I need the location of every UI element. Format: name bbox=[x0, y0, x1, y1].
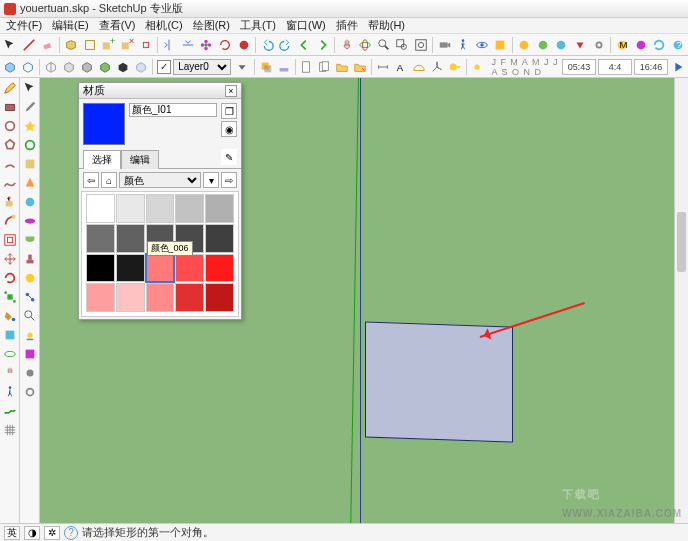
tape-icon[interactable] bbox=[447, 58, 463, 76]
star-icon[interactable] bbox=[22, 118, 38, 134]
month-strip[interactable]: J F M A M J J A S O N D bbox=[491, 57, 560, 77]
time2[interactable]: 4:4 bbox=[598, 59, 632, 75]
freehand-icon[interactable] bbox=[2, 175, 18, 191]
swatch-cell[interactable] bbox=[116, 194, 145, 223]
sandbox-icon[interactable] bbox=[2, 403, 18, 419]
torus-icon[interactable] bbox=[22, 213, 38, 229]
scale-icon[interactable] bbox=[137, 36, 154, 54]
globe-icon[interactable] bbox=[553, 36, 570, 54]
iso-icon[interactable] bbox=[2, 58, 18, 76]
swatch-cell[interactable] bbox=[205, 194, 234, 223]
swatch-cell[interactable] bbox=[86, 224, 115, 253]
time3[interactable]: 16:46 bbox=[634, 59, 668, 75]
circ2-icon[interactable] bbox=[22, 137, 38, 153]
nav-home-icon[interactable]: ⌂ bbox=[101, 172, 117, 188]
folder2-icon[interactable] bbox=[352, 58, 368, 76]
gear2-icon[interactable] bbox=[590, 36, 607, 54]
sphere2-icon[interactable] bbox=[22, 194, 38, 210]
swatch-cell[interactable] bbox=[205, 254, 234, 283]
rect-icon[interactable] bbox=[2, 99, 18, 115]
box-add-icon[interactable]: + bbox=[100, 36, 117, 54]
menu-tools[interactable]: 工具(T) bbox=[236, 18, 280, 33]
offset-icon[interactable] bbox=[2, 232, 18, 248]
gear3-icon[interactable] bbox=[22, 365, 38, 381]
mirror-y-icon[interactable] bbox=[179, 36, 196, 54]
ime-button[interactable]: 英 bbox=[4, 526, 20, 540]
mono-icon[interactable] bbox=[115, 58, 131, 76]
menu-file[interactable]: 文件(F) bbox=[2, 18, 46, 33]
material-name-input[interactable] bbox=[129, 103, 217, 117]
look-icon[interactable] bbox=[474, 36, 491, 54]
swatch-cell[interactable] bbox=[175, 283, 204, 312]
menu-camera[interactable]: 相机(C) bbox=[141, 18, 186, 33]
tab-select[interactable]: 选择 bbox=[83, 150, 121, 169]
zoom2-icon[interactable] bbox=[22, 308, 38, 324]
materials-panel[interactable]: 材质 × ❐ ◉ 选择 编辑 ✎ ⇦ ⌂ bbox=[78, 82, 242, 320]
ruby-icon[interactable] bbox=[572, 36, 589, 54]
default-material-icon[interactable]: ◉ bbox=[221, 121, 237, 137]
line-icon[interactable] bbox=[21, 36, 38, 54]
warehouse-icon[interactable]: M bbox=[614, 36, 631, 54]
page-icon[interactable] bbox=[298, 58, 314, 76]
swatch-cell[interactable] bbox=[205, 224, 234, 253]
zoom-icon[interactable] bbox=[376, 36, 393, 54]
swatch-cell[interactable] bbox=[146, 194, 175, 223]
walk-icon[interactable] bbox=[455, 36, 472, 54]
layer-select[interactable]: Layer0 bbox=[173, 59, 231, 75]
time1[interactable]: 05:43 bbox=[562, 59, 596, 75]
category-select[interactable]: 颜色 bbox=[119, 172, 201, 188]
zoom-extents-icon[interactable] bbox=[413, 36, 430, 54]
mirror-x-icon[interactable] bbox=[161, 36, 178, 54]
pencil-icon[interactable] bbox=[2, 80, 18, 96]
cube-icon[interactable] bbox=[63, 36, 80, 54]
sphere-red-icon[interactable] bbox=[235, 36, 252, 54]
xray-icon[interactable] bbox=[133, 58, 149, 76]
swatch-cell[interactable] bbox=[146, 283, 175, 312]
section-icon[interactable] bbox=[492, 36, 509, 54]
eraser-icon[interactable] bbox=[39, 36, 56, 54]
rotate-icon[interactable] bbox=[217, 36, 234, 54]
camera-icon[interactable] bbox=[436, 36, 453, 54]
scrollbar-vertical[interactable] bbox=[674, 78, 688, 523]
pan2-icon[interactable] bbox=[2, 365, 18, 381]
nav-back-icon[interactable]: ⇦ bbox=[83, 172, 99, 188]
redo-icon[interactable] bbox=[277, 36, 294, 54]
pushpull-icon[interactable] bbox=[2, 194, 18, 210]
extension-icon[interactable] bbox=[632, 36, 649, 54]
swatch-cell[interactable] bbox=[175, 254, 204, 283]
panel-header[interactable]: 材质 × bbox=[79, 83, 241, 99]
orbit2-icon[interactable] bbox=[2, 346, 18, 362]
layer-menu-icon[interactable] bbox=[233, 58, 251, 76]
next-icon[interactable] bbox=[315, 36, 332, 54]
settings-icon[interactable] bbox=[22, 384, 38, 400]
moon-icon[interactable]: ◑ bbox=[24, 526, 40, 540]
cone-icon[interactable] bbox=[22, 175, 38, 191]
followme-icon[interactable] bbox=[2, 213, 18, 229]
hidden-icon[interactable] bbox=[61, 58, 77, 76]
page2-icon[interactable] bbox=[316, 58, 332, 76]
dropper-icon[interactable] bbox=[22, 99, 38, 115]
scale2-icon[interactable] bbox=[2, 289, 18, 305]
folder-icon[interactable] bbox=[334, 58, 350, 76]
swatch-cell[interactable] bbox=[175, 194, 204, 223]
flower-icon[interactable] bbox=[198, 36, 215, 54]
undo-icon[interactable] bbox=[259, 36, 276, 54]
grid-icon[interactable] bbox=[2, 422, 18, 438]
stamp-icon[interactable] bbox=[22, 251, 38, 267]
text-icon[interactable]: A bbox=[393, 58, 409, 76]
menu-draw[interactable]: 绘图(R) bbox=[189, 18, 234, 33]
tool-a-icon[interactable] bbox=[516, 36, 533, 54]
zoom-window-icon[interactable] bbox=[394, 36, 411, 54]
current-material-swatch[interactable] bbox=[83, 103, 125, 145]
scrollbar-thumb[interactable] bbox=[677, 212, 686, 272]
polygon-icon[interactable] bbox=[2, 137, 18, 153]
swatch-cell[interactable] bbox=[116, 224, 145, 253]
menu-edit[interactable]: 编辑(E) bbox=[48, 18, 93, 33]
viewport[interactable]: 材质 × ❐ ◉ 选择 编辑 ✎ ⇦ ⌂ bbox=[40, 78, 688, 523]
iso2-icon[interactable] bbox=[20, 58, 36, 76]
move-icon[interactable] bbox=[2, 251, 18, 267]
tab-edit[interactable]: 编辑 bbox=[121, 150, 159, 169]
swatch-cell[interactable]: 颜色_006 bbox=[146, 254, 175, 283]
dropper-icon[interactable]: ✎ bbox=[221, 149, 237, 165]
shaded-icon[interactable] bbox=[79, 58, 95, 76]
